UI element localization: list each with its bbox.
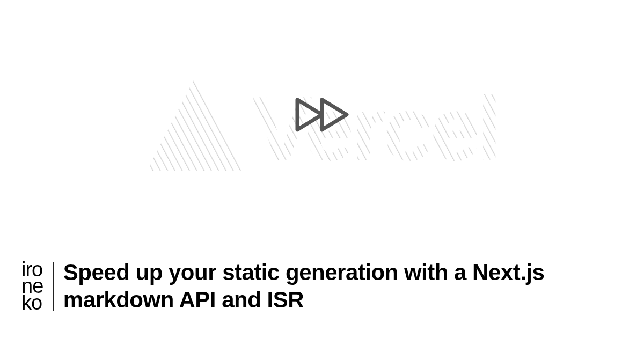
article-title: Speed up your static generation with a N… [63,259,623,313]
site-logo: iro ne ko [21,261,43,311]
vertical-divider [53,262,54,311]
svg-marker-5 [297,100,322,130]
hero: Vercel [0,0,644,236]
svg-marker-6 [322,100,347,130]
fast-forward-icon [290,93,354,138]
logo-line-3: ko [21,295,43,311]
footer: iro ne ko Speed up your static generatio… [21,259,623,313]
